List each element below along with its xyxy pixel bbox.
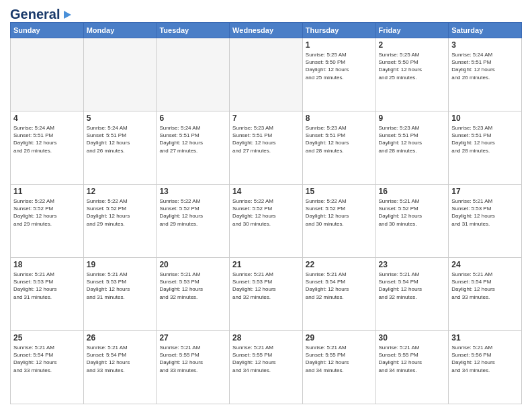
day-cell: 9Sunrise: 5:23 AM Sunset: 5:51 PM Daylig… [375,111,449,185]
day-info: Sunrise: 5:22 AM Sunset: 5:52 PM Dayligh… [87,197,154,228]
day-cell: 28Sunrise: 5:21 AM Sunset: 5:55 PM Dayli… [230,331,303,404]
weekday-header-tuesday: Tuesday [157,23,230,38]
day-number: 11 [13,187,81,196]
day-number: 20 [159,260,226,269]
day-cell [157,38,230,111]
day-cell [230,38,303,111]
day-cell: 7Sunrise: 5:23 AM Sunset: 5:51 PM Daylig… [230,111,303,185]
day-cell: 17Sunrise: 5:21 AM Sunset: 5:53 PM Dayli… [449,185,522,258]
weekday-header-monday: Monday [83,23,157,38]
day-cell: 22Sunrise: 5:21 AM Sunset: 5:54 PM Dayli… [302,258,375,331]
day-number: 10 [451,113,519,123]
calendar: SundayMondayTuesdayWednesdayThursdayFrid… [10,22,522,404]
day-cell: 19Sunrise: 5:21 AM Sunset: 5:53 PM Dayli… [83,258,157,331]
svg-marker-0 [64,11,71,19]
day-cell: 25Sunrise: 5:21 AM Sunset: 5:54 PM Dayli… [11,331,84,404]
day-number: 27 [159,333,226,342]
day-info: Sunrise: 5:21 AM Sunset: 5:53 PM Dayligh… [232,271,300,301]
day-info: Sunrise: 5:21 AM Sunset: 5:54 PM Dayligh… [13,344,81,374]
day-cell: 26Sunrise: 5:21 AM Sunset: 5:54 PM Dayli… [83,331,157,404]
day-info: Sunrise: 5:25 AM Sunset: 5:50 PM Dayligh… [306,51,373,81]
day-number: 25 [13,333,81,342]
day-info: Sunrise: 5:21 AM Sunset: 5:53 PM Dayligh… [451,197,519,228]
day-info: Sunrise: 5:21 AM Sunset: 5:55 PM Dayligh… [306,344,373,374]
weekday-header-friday: Friday [375,23,449,38]
day-number: 3 [451,40,519,50]
day-info: Sunrise: 5:21 AM Sunset: 5:54 PM Dayligh… [87,344,154,374]
day-number: 22 [306,260,373,269]
day-cell: 15Sunrise: 5:22 AM Sunset: 5:52 PM Dayli… [302,185,375,258]
day-number: 12 [87,187,154,196]
day-info: Sunrise: 5:21 AM Sunset: 5:55 PM Dayligh… [232,344,300,374]
day-number: 15 [306,187,373,196]
day-cell: 2Sunrise: 5:25 AM Sunset: 5:50 PM Daylig… [375,38,449,111]
day-info: Sunrise: 5:21 AM Sunset: 5:53 PM Dayligh… [159,271,226,301]
day-info: Sunrise: 5:23 AM Sunset: 5:51 PM Dayligh… [232,124,300,154]
day-number: 1 [306,40,373,50]
day-info: Sunrise: 5:21 AM Sunset: 5:55 PM Dayligh… [379,344,446,374]
day-cell: 11Sunrise: 5:22 AM Sunset: 5:52 PM Dayli… [11,185,84,258]
day-info: Sunrise: 5:23 AM Sunset: 5:51 PM Dayligh… [306,124,373,154]
day-number: 30 [379,333,446,342]
day-number: 21 [232,260,300,269]
day-cell: 20Sunrise: 5:21 AM Sunset: 5:53 PM Dayli… [157,258,230,331]
day-cell [11,38,84,111]
week-row-5: 25Sunrise: 5:21 AM Sunset: 5:54 PM Dayli… [11,331,522,404]
day-info: Sunrise: 5:21 AM Sunset: 5:56 PM Dayligh… [451,344,519,374]
day-info: Sunrise: 5:21 AM Sunset: 5:52 PM Dayligh… [379,197,446,228]
weekday-header-sunday: Sunday [11,23,84,38]
day-cell: 1Sunrise: 5:25 AM Sunset: 5:50 PM Daylig… [302,38,375,111]
day-cell: 18Sunrise: 5:21 AM Sunset: 5:53 PM Dayli… [11,258,84,331]
day-info: Sunrise: 5:22 AM Sunset: 5:52 PM Dayligh… [13,197,81,228]
day-info: Sunrise: 5:22 AM Sunset: 5:52 PM Dayligh… [306,197,373,228]
day-cell: 30Sunrise: 5:21 AM Sunset: 5:55 PM Dayli… [375,331,449,404]
day-number: 13 [159,187,226,196]
day-cell: 16Sunrise: 5:21 AM Sunset: 5:52 PM Dayli… [375,185,449,258]
day-number: 5 [87,113,154,123]
day-number: 23 [379,260,446,269]
logo: General [10,7,73,18]
day-info: Sunrise: 5:21 AM Sunset: 5:54 PM Dayligh… [451,271,519,301]
day-cell: 4Sunrise: 5:24 AM Sunset: 5:51 PM Daylig… [11,111,84,185]
day-info: Sunrise: 5:21 AM Sunset: 5:55 PM Dayligh… [159,344,226,374]
day-info: Sunrise: 5:22 AM Sunset: 5:52 PM Dayligh… [159,197,226,228]
day-number: 6 [159,113,226,123]
day-info: Sunrise: 5:24 AM Sunset: 5:51 PM Dayligh… [451,51,519,81]
week-row-3: 11Sunrise: 5:22 AM Sunset: 5:52 PM Dayli… [11,185,522,258]
day-number: 4 [13,113,81,123]
week-row-2: 4Sunrise: 5:24 AM Sunset: 5:51 PM Daylig… [11,111,522,185]
day-info: Sunrise: 5:21 AM Sunset: 5:54 PM Dayligh… [306,271,373,301]
day-cell: 31Sunrise: 5:21 AM Sunset: 5:56 PM Dayli… [449,331,522,404]
week-row-4: 18Sunrise: 5:21 AM Sunset: 5:53 PM Dayli… [11,258,522,331]
day-cell [83,38,157,111]
day-number: 7 [232,113,300,123]
header: General [10,7,522,18]
day-number: 24 [451,260,519,269]
day-info: Sunrise: 5:23 AM Sunset: 5:51 PM Dayligh… [379,124,446,154]
weekday-header-saturday: Saturday [449,23,522,38]
day-number: 28 [232,333,300,342]
day-info: Sunrise: 5:24 AM Sunset: 5:51 PM Dayligh… [13,124,81,154]
day-cell: 23Sunrise: 5:21 AM Sunset: 5:54 PM Dayli… [375,258,449,331]
day-cell: 3Sunrise: 5:24 AM Sunset: 5:51 PM Daylig… [449,38,522,111]
weekday-header-row: SundayMondayTuesdayWednesdayThursdayFrid… [11,23,522,38]
day-number: 14 [232,187,300,196]
day-info: Sunrise: 5:24 AM Sunset: 5:51 PM Dayligh… [159,124,226,154]
day-number: 8 [306,113,373,123]
logo-text: General [10,7,60,22]
day-cell: 12Sunrise: 5:22 AM Sunset: 5:52 PM Dayli… [83,185,157,258]
day-cell: 13Sunrise: 5:22 AM Sunset: 5:52 PM Dayli… [157,185,230,258]
day-number: 26 [87,333,154,342]
day-info: Sunrise: 5:22 AM Sunset: 5:52 PM Dayligh… [232,197,300,228]
day-number: 17 [451,187,519,196]
day-number: 29 [306,333,373,342]
day-info: Sunrise: 5:21 AM Sunset: 5:54 PM Dayligh… [379,271,446,301]
day-number: 18 [13,260,81,269]
day-cell: 6Sunrise: 5:24 AM Sunset: 5:51 PM Daylig… [157,111,230,185]
logo-arrow-icon [61,9,73,21]
day-info: Sunrise: 5:23 AM Sunset: 5:51 PM Dayligh… [451,124,519,154]
day-cell: 5Sunrise: 5:24 AM Sunset: 5:51 PM Daylig… [83,111,157,185]
day-number: 9 [379,113,446,123]
day-number: 19 [87,260,154,269]
weekday-header-thursday: Thursday [302,23,375,38]
